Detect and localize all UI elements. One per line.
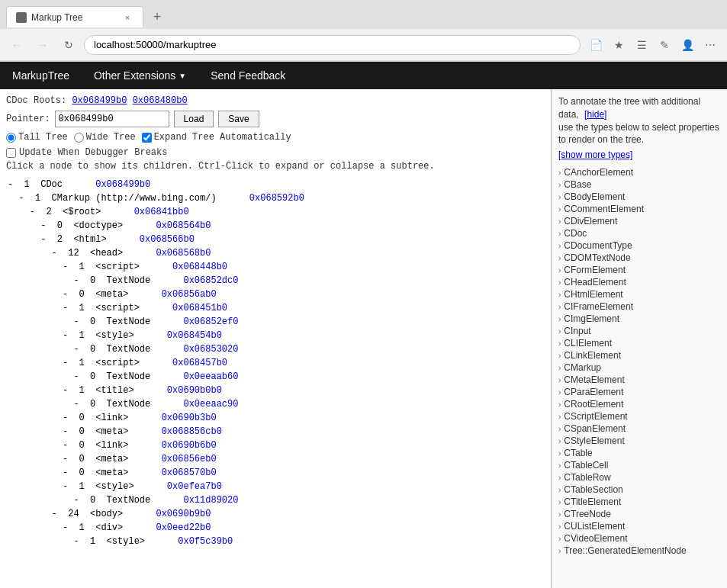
forward-button[interactable]: →	[32, 34, 53, 56]
nav-other-extensions[interactable]: Other Extensions ▼	[82, 62, 198, 89]
active-tab[interactable]: Markup Tree ×	[6, 6, 143, 27]
tree-line[interactable]: - 0 <meta> 0x068570b0	[6, 466, 545, 480]
tree-address-link[interactable]: 0x068451b0	[172, 303, 227, 313]
tree-line[interactable]: - 1 <script> 0x068448b0	[6, 260, 545, 274]
tree-address-link[interactable]: 0x06856eb0	[162, 454, 217, 464]
tree-address-link[interactable]: 0x068568b0	[156, 248, 211, 259]
tree-address-link[interactable]: 0x0690b0b0	[167, 385, 222, 396]
save-button[interactable]: Save	[218, 111, 259, 127]
tree-line[interactable]: - 0 TextNode 0x06853020	[6, 342, 545, 356]
tree-address-link[interactable]: 0x06852dc0	[183, 275, 238, 286]
tree-line[interactable]: - 0 TextNode 0x06852ef0	[6, 315, 545, 329]
type-list-item[interactable]: ›CCommentElement	[558, 203, 721, 215]
tree-address-link[interactable]: 0x068448b0	[172, 262, 227, 272]
tree-address-link[interactable]: 0x0690b6b0	[162, 440, 217, 451]
tree-address-link[interactable]: 0x06856ab0	[162, 289, 217, 300]
tree-address-link[interactable]: 0x0690b3b0	[162, 413, 217, 423]
tree-line[interactable]: - 1 <script> 0x068457b0	[6, 356, 545, 370]
tree-line[interactable]: - 0 <meta> 0x06856eb0	[6, 452, 545, 466]
type-list-item[interactable]: ›CParaElement	[558, 386, 721, 398]
profile-icon[interactable]: 👤	[677, 34, 698, 56]
type-list-item[interactable]: ›CTreeNode	[558, 508, 721, 520]
type-list-item[interactable]: ›CIFrameElement	[558, 300, 721, 313]
type-list-item[interactable]: ›CDOMTextNode	[558, 252, 721, 264]
tree-line[interactable]: - 2 <html> 0x068566b0	[6, 233, 545, 246]
tree-line[interactable]: - 0 <meta> 0x06856ab0	[6, 288, 545, 301]
tab-close-button[interactable]: ×	[121, 11, 133, 24]
tree-line[interactable]: - 24 <body> 0x0690b9b0	[6, 507, 545, 521]
tree-line[interactable]: - 0 TextNode 0x0eeaac90	[6, 397, 545, 411]
pointer-input[interactable]	[55, 111, 169, 127]
type-list-item[interactable]: ›CFormElement	[558, 264, 721, 276]
tree-line[interactable]: - 1 <div> 0x0eed22b0	[6, 521, 545, 535]
hide-link[interactable]: [hide]	[584, 109, 606, 120]
nav-markuptree[interactable]: MarkupTree	[0, 62, 82, 89]
update-debugger-option[interactable]: Update When Debugger Breaks	[6, 147, 545, 158]
tree-line[interactable]: - 0 TextNode 0x11d89020	[6, 493, 545, 507]
type-list-item[interactable]: ›CSpanElement	[558, 423, 721, 435]
type-list-item[interactable]: ›CMarkup	[558, 361, 721, 374]
collections-icon[interactable]: ☰	[631, 34, 652, 56]
reading-view-icon[interactable]: 📄	[585, 34, 606, 56]
type-list-item[interactable]: ›CTable	[558, 447, 721, 459]
type-list-item[interactable]: ›CHtmlElement	[558, 288, 721, 300]
tree-line[interactable]: - 1 <style> 0x068454b0	[6, 329, 545, 342]
type-list-item[interactable]: ›CStyleElement	[558, 435, 721, 447]
back-button[interactable]: ←	[6, 34, 27, 56]
type-list-item[interactable]: ›CScriptElement	[558, 410, 721, 423]
tree-line[interactable]: - 0 TextNode 0x0eeaab60	[6, 370, 545, 384]
nav-send-feedback[interactable]: Send Feedback	[198, 62, 298, 89]
tree-line[interactable]: - 0 <doctype> 0x068564b0	[6, 219, 545, 233]
tree-address-link[interactable]: 0x0efea7b0	[167, 481, 222, 492]
tree-address-link[interactable]: 0x068564b0	[156, 220, 211, 231]
tree-address-link[interactable]: 0x068457b0	[172, 358, 227, 368]
type-list-item[interactable]: ›CDocumentType	[558, 239, 721, 252]
tree-address-link[interactable]: 0x06853020	[183, 344, 238, 355]
type-list-item[interactable]: ›CTableCell	[558, 459, 721, 471]
tree-line[interactable]: - 1 CMarkup (http://www.bing.com/) 0x068…	[6, 191, 545, 205]
type-list-item[interactable]: ›Tree::GeneratedElementNode	[558, 545, 721, 557]
cdoc-addr2-link[interactable]: 0x068480b0	[133, 95, 188, 106]
tree-address-link[interactable]: 0x06852ef0	[183, 316, 238, 327]
type-list-item[interactable]: ›CInput	[558, 325, 721, 337]
tree-line[interactable]: - 0 TextNode 0x06852dc0	[6, 274, 545, 288]
tree-address-link[interactable]: 0x0eeaac90	[183, 399, 238, 410]
tree-line[interactable]: - 1 <script> 0x068451b0	[6, 301, 545, 315]
address-input[interactable]	[84, 35, 581, 55]
type-list-item[interactable]: ›CBodyElement	[558, 191, 721, 203]
type-list-item[interactable]: ›CTitleElement	[558, 496, 721, 508]
tree-line[interactable]: - 1 <style> 0x0f5c39b0	[6, 535, 545, 548]
tree-address-link[interactable]: 0x0eed22b0	[156, 522, 211, 533]
tree-address-link[interactable]: 0x06841bb0	[134, 207, 189, 217]
expand-tree-option[interactable]: Expand Tree Automatically	[142, 132, 291, 143]
type-list-item[interactable]: ›CRootElement	[558, 398, 721, 410]
tree-line[interactable]: - 1 CDoc 0x068499b0	[6, 178, 545, 191]
tree-line[interactable]: - 1 <title> 0x0690b0b0	[6, 384, 545, 397]
tree-line[interactable]: - 2 <$root> 0x06841bb0	[6, 205, 545, 219]
tall-tree-option[interactable]: Tall Tree	[6, 132, 68, 143]
tree-line[interactable]: - 0 <meta> 0x068856cb0	[6, 425, 545, 439]
type-list-item[interactable]: ›CTableRow	[558, 471, 721, 484]
type-list-item[interactable]: ›CDivElement	[558, 215, 721, 227]
tree-address-link[interactable]: 0x068570b0	[162, 468, 217, 478]
wide-tree-option[interactable]: Wide Tree	[74, 132, 136, 143]
type-list-item[interactable]: ›CBase	[558, 178, 721, 191]
new-tab-button[interactable]: +	[146, 6, 168, 27]
type-list-item[interactable]: ›CAnchorElement	[558, 166, 721, 178]
more-icon[interactable]: ⋯	[700, 34, 721, 56]
tree-line[interactable]: - 1 <style> 0x0efea7b0	[6, 480, 545, 493]
tree-address-link[interactable]: 0x0690b9b0	[156, 509, 211, 519]
load-button[interactable]: Load	[174, 111, 214, 127]
tree-address-link[interactable]: 0x0f5c39b0	[178, 536, 233, 547]
type-list-item[interactable]: ›CImgElement	[558, 313, 721, 325]
tree-address-link[interactable]: 0x11d89020	[183, 495, 238, 506]
cdoc-addr1-link[interactable]: 0x068499b0	[72, 95, 127, 106]
tree-line[interactable]: - 0 <link> 0x0690b6b0	[6, 439, 545, 452]
tree-address-link[interactable]: 0x068499b0	[95, 179, 150, 190]
type-list-item[interactable]: ›CMetaElement	[558, 374, 721, 386]
show-more-types-link[interactable]: [show more types]	[558, 149, 721, 160]
type-list-item[interactable]: ›CDoc	[558, 227, 721, 239]
tree-address-link[interactable]: 0x0eeaab60	[183, 371, 238, 382]
refresh-button[interactable]: ↻	[58, 34, 79, 56]
type-list-item[interactable]: ›CUListElement	[558, 520, 721, 532]
